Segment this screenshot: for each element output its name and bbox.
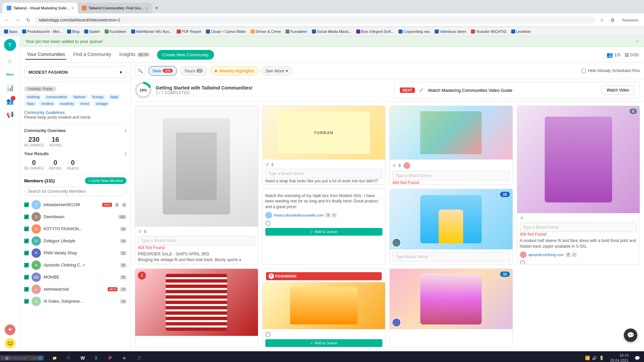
watch-video-button[interactable]: Watch Video	[602, 85, 634, 95]
external-link-icon[interactable]: ↗	[566, 252, 571, 257]
member-checkbox[interactable]	[24, 263, 29, 267]
tab-close-2[interactable]: ×	[146, 6, 148, 10]
tag-fashion[interactable]: fashion	[71, 94, 88, 100]
bookmark-social[interactable]: Social Media Mana...	[311, 29, 353, 34]
new-tab-button[interactable]: +	[152, 3, 161, 13]
bookmark-blog[interactable]: Blog	[66, 29, 81, 34]
add-to-queue-button-8[interactable]: ✓ Add to Queue	[265, 339, 383, 347]
app-logo[interactable]: T	[4, 39, 16, 51]
more-icon[interactable]: •	[332, 213, 336, 218]
tab-insights[interactable]: Insights BETA	[118, 50, 151, 60]
taskbar-app-chrome[interactable]: 🌐	[36, 354, 49, 362]
user-avatar[interactable]: ❤	[5, 324, 15, 335]
search-button[interactable]: 🔍	[135, 65, 146, 76]
member-checkbox[interactable]	[24, 299, 29, 304]
emoji-avatar[interactable]: 😊	[5, 338, 15, 349]
board-name-input-4[interactable]	[520, 223, 637, 232]
tag-vintage[interactable]: vintage	[93, 101, 110, 106]
guidelines-link[interactable]: Community Guidelines:	[24, 110, 66, 115]
tag-trend[interactable]: trend	[78, 101, 92, 106]
bookmark-produktsuche[interactable]: Produktsuche - Mer...	[21, 29, 64, 34]
notification-close[interactable]: ×	[636, 39, 639, 44]
chat-widget[interactable]: 💬	[624, 328, 637, 342]
taskbar-app-store[interactable]: ⊕	[120, 354, 133, 362]
sys-battery-icon[interactable]: 🔋	[599, 356, 604, 360]
external-link-icon[interactable]: ↗	[326, 213, 330, 218]
bookmark-spater[interactable]: Später	[83, 29, 101, 34]
refresh-button[interactable]: ↻	[24, 16, 32, 24]
bookmark-dinner[interactable]: Dinner & Crime	[249, 29, 282, 34]
member-checkbox[interactable]	[24, 227, 29, 231]
sys-network-icon[interactable]: 📶	[585, 356, 590, 360]
member-checkbox[interactable]	[24, 275, 29, 280]
nav-community-icon[interactable]: 👥	[4, 95, 16, 107]
taskbar-search-icon[interactable]	[13, 353, 23, 362]
bookmark-apps[interactable]: Apps	[3, 29, 19, 34]
forward-button[interactable]: →	[13, 16, 21, 24]
bookmark-lese[interactable]: Leseliste	[510, 29, 532, 34]
url-bar[interactable]: tailwindapp.com/dashboard/tribes/welcome…	[35, 16, 595, 24]
board-name-input-3[interactable]	[392, 171, 510, 180]
tag-hijab[interactable]: hijab	[108, 94, 121, 100]
nav-new-icon[interactable]: New	[4, 68, 16, 80]
weekly-highlights-button[interactable]: ★ Weekly Highlights	[210, 66, 258, 76]
board-name-input-2[interactable]	[265, 169, 383, 178]
results-info-icon[interactable]: ℹ	[125, 151, 126, 156]
search-members-input[interactable]	[24, 187, 126, 196]
bookmark-copy[interactable]: Copywriting neu	[397, 29, 431, 34]
tag-clothing[interactable]: clothing	[24, 94, 42, 100]
member-checkbox[interactable]	[24, 215, 29, 219]
nav-bullhorn-icon[interactable]: 📢	[4, 109, 16, 121]
bookmark-pdf[interactable]: PDF Report	[175, 29, 203, 34]
hide-scheduled-checkbox[interactable]	[582, 69, 586, 73]
member-checkbox[interactable]	[24, 287, 29, 292]
bookmark-kursideen2[interactable]: Kursideen	[284, 29, 309, 34]
source-name-5[interactable]: theacculturatedhousewife.com	[274, 213, 324, 217]
bookmark-video[interactable]: Videokurs Ideen	[433, 29, 468, 34]
bookmark-kursideen[interactable]: Kursideen	[103, 29, 128, 34]
tag-modesty[interactable]: modesty	[57, 101, 77, 106]
board-name-input-1[interactable]	[138, 236, 255, 245]
nav-analytics-icon[interactable]: 📊	[4, 82, 16, 94]
taskbar-clock[interactable]: 18:14 29.04.2021	[607, 353, 631, 362]
create-community-button[interactable]: Create New Community	[157, 50, 214, 60]
tab-your-communities[interactable]: Your Communities	[25, 50, 66, 60]
member-checkbox[interactable]	[24, 239, 29, 243]
member-checkbox[interactable]	[24, 202, 29, 207]
taskbar-app-shield[interactable]: 🛡	[64, 354, 77, 362]
tab-find-community[interactable]: Find a Community	[72, 50, 113, 60]
source-name-4[interactable]: apostolicclothing.com	[529, 253, 564, 257]
board-name-input-6[interactable]	[392, 252, 510, 261]
taskbar-app-excel[interactable]: X	[92, 354, 105, 362]
community-dropdown[interactable]: MODEST FASHION ▾	[24, 67, 126, 78]
see-more-button[interactable]: See More ▾	[261, 66, 292, 76]
taskbar-app-word[interactable]: W	[78, 354, 91, 362]
taskbar-app-ppt[interactable]: P	[106, 354, 119, 362]
browser-tab-active[interactable]: Tailwind - Visual Marketing Suite... ×	[3, 3, 78, 13]
notification-center-icon[interactable]: 💬	[632, 353, 643, 362]
invite-member-button[interactable]: + Invite New Member	[85, 177, 126, 184]
taskbar-view-icon[interactable]: ⬛	[24, 353, 35, 362]
bookmark-wahlf[interactable]: Wahlfächer WU Aus...	[130, 29, 173, 34]
filter-yours[interactable]: Yours 0	[180, 66, 207, 76]
extensions-button[interactable]: ⚙	[608, 16, 616, 24]
tag-frumpy[interactable]: frumpy	[90, 94, 106, 100]
tab-close-1[interactable]: ×	[71, 6, 73, 10]
add-to-queue-button-5[interactable]: ✓ Add to Queue	[265, 228, 383, 236]
bookmark-bois[interactable]: Bois d'Argent Duft...	[355, 29, 395, 34]
overview-info-icon[interactable]: ℹ	[125, 128, 126, 133]
browser-tab-2[interactable]: Tailwind Communities: Find Gre... ×	[78, 3, 152, 13]
tag-modest[interactable]: modest	[39, 101, 56, 106]
nav-home-icon[interactable]: ⌂	[4, 55, 16, 67]
bookmark-button[interactable]: ☆	[598, 16, 606, 24]
filter-new[interactable]: New 695	[148, 66, 177, 76]
bookmark-youtube[interactable]: Youtube WICHTIG	[470, 29, 508, 34]
back-button[interactable]: ←	[3, 16, 11, 24]
pause-button[interactable]: Pausieren	[619, 18, 641, 22]
more-icon[interactable]: •	[572, 252, 577, 257]
tag-conservative[interactable]: conservative	[44, 94, 70, 100]
sys-volume-icon[interactable]: 🔊	[592, 356, 597, 360]
taskbar-app-spotify[interactable]: 🎵	[134, 354, 148, 362]
member-checkbox[interactable]	[24, 251, 29, 255]
taskbar-app-explorer[interactable]: 📁	[50, 354, 63, 362]
